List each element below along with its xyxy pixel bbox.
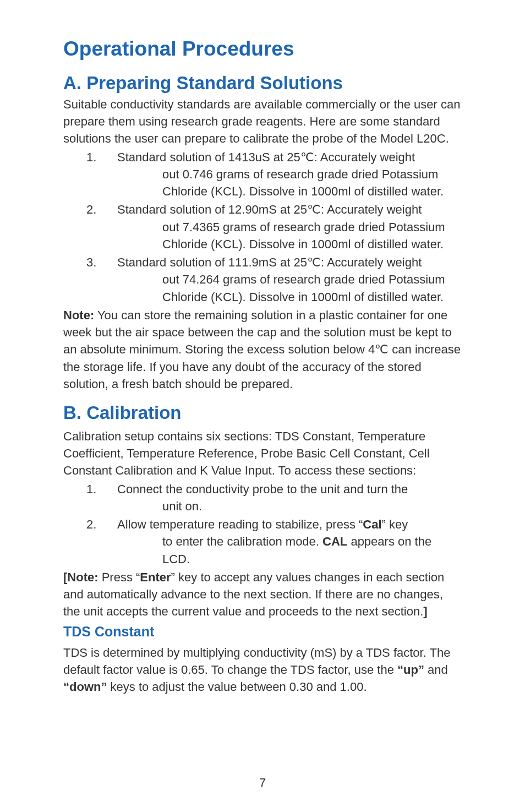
list-text: Standard solution of 12.90mS at 25℃: Acc… — [117, 203, 422, 216]
list-number: 3. — [86, 254, 117, 271]
list-item: 1.Standard solution of 1413uS at 25℃: Ac… — [86, 149, 462, 200]
list-number: 1. — [86, 481, 117, 498]
page-number: 7 — [0, 776, 525, 790]
section-b-intro: Calibration setup contains six sections:… — [63, 428, 462, 479]
list-text-cont: out 7.4365 grams of research grade dried… — [117, 219, 462, 253]
list-text-cont: to enter the calibration mode. CAL appea… — [117, 533, 462, 567]
page-title: Operational Procedures — [63, 37, 462, 61]
list-text: Connect the conductivity probe to the un… — [117, 482, 408, 496]
section-a-note: Note: You can store the remaining soluti… — [63, 307, 462, 393]
list-number: 2. — [86, 201, 117, 218]
list-text-cont: unit on. — [117, 498, 462, 515]
section-a-title: A. Preparing Standard Solutions — [63, 73, 462, 94]
section-a-list: 1.Standard solution of 1413uS at 25℃: Ac… — [63, 149, 462, 306]
list-text-cont: out 74.264 grams of research grade dried… — [117, 271, 462, 305]
list-text: Standard solution of 1413uS at 25℃: Accu… — [117, 150, 415, 164]
list-text: Standard solution of 111.9mS at 25℃: Acc… — [117, 255, 422, 269]
tds-constant-para: TDS is determined by multiplying conduct… — [63, 644, 462, 696]
section-b-list: 1.Connect the conductivity probe to the … — [63, 481, 462, 568]
note-body: You can store the remaining solution in … — [63, 308, 461, 391]
note-open: [Note: — [63, 570, 99, 584]
list-item: 2.Allow temperature reading to stabilize… — [86, 516, 462, 568]
list-number: 1. — [86, 149, 117, 166]
list-text-cont: out 0.746 grams of research grade dried … — [117, 166, 462, 200]
note-label: Note: — [63, 308, 94, 322]
list-text: Allow temperature reading to stabilize, … — [117, 517, 408, 531]
section-b-title: B. Calibration — [63, 402, 462, 423]
list-item: 3.Standard solution of 111.9mS at 25℃: A… — [86, 254, 462, 306]
section-b-note: [Note: Press “Enter” key to accept any v… — [63, 569, 462, 620]
section-a-intro: Suitable conductivity standards are avai… — [63, 96, 462, 148]
list-item: 2.Standard solution of 12.90mS at 25℃: A… — [86, 201, 462, 253]
list-item: 1.Connect the conductivity probe to the … — [86, 481, 462, 515]
tds-constant-title: TDS Constant — [63, 624, 462, 640]
list-number: 2. — [86, 516, 117, 533]
